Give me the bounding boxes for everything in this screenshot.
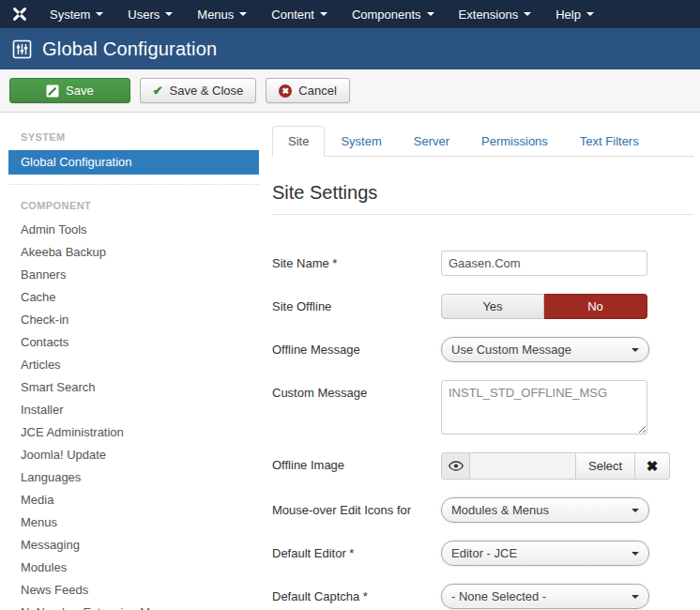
default-captcha-label: Default Captcha * (272, 584, 441, 603)
sidebar-item-nonumber-extension-manager[interactable]: NoNumber Extension Manager (0, 602, 259, 610)
site-offline-label: Site Offline (272, 294, 441, 313)
tab-permissions[interactable]: Permissions (465, 126, 564, 157)
sidebar-item-joomla-update[interactable]: Joomla! Update (0, 444, 259, 466)
cancel-x-icon: ✖ (279, 84, 292, 98)
menu-menus[interactable]: Menus (185, 0, 259, 28)
clear-x-icon: ✖ (647, 458, 659, 475)
default-editor-label: Default Editor * (272, 541, 441, 560)
menu-users[interactable]: Users (115, 0, 185, 28)
caret-down-icon (632, 509, 639, 512)
check-icon: ✔ (153, 84, 163, 97)
offline-message-selected-value: Use Custom Message (451, 343, 571, 357)
site-offline-no-button[interactable]: No (544, 294, 647, 319)
save-close-button-label: Save & Close (170, 84, 244, 98)
page-header: Global Configuration (0, 28, 700, 69)
menu-extensions-label: Extensions (459, 8, 519, 22)
offline-image-path-input[interactable] (470, 452, 576, 480)
caret-down-icon (96, 12, 103, 16)
field-row-default-editor: Default Editor * Editor - JCE (272, 541, 694, 566)
page-title: Global Configuration (42, 38, 217, 60)
tab-server[interactable]: Server (398, 126, 465, 157)
sidebar-item-contacts[interactable]: Contacts (0, 331, 259, 354)
sidebar-item-check-in[interactable]: Check-in (0, 309, 259, 331)
toolbar: Save ✔ Save & Close ✖ Cancel (0, 69, 700, 113)
mouseover-edit-icons-label: Mouse-over Edit Icons for (272, 497, 441, 517)
sidebar-item-admin-tools[interactable]: Admin Tools (0, 219, 259, 241)
site-offline-yes-button[interactable]: Yes (441, 294, 544, 319)
save-button[interactable]: Save (9, 78, 130, 103)
sidebar-item-news-feeds[interactable]: News Feeds (0, 579, 259, 602)
menu-components-label: Components (352, 8, 421, 22)
caret-down-icon (427, 12, 434, 16)
sidebar-item-banners[interactable]: Banners (0, 264, 259, 286)
caret-down-icon (524, 12, 531, 16)
site-settings-form: Site Name * Site Offline Yes No Offline … (272, 251, 694, 609)
sidebar-item-akeeba-backup[interactable]: Akeeba Backup (0, 241, 259, 264)
field-row-site-offline: Site Offline Yes No (272, 294, 694, 319)
sidebar-item-global-configuration[interactable]: Global Configuration (8, 150, 259, 175)
menu-components[interactable]: Components (340, 0, 447, 28)
menu-content[interactable]: Content (259, 0, 340, 28)
caret-down-icon (165, 12, 173, 16)
main-content: Site System Server Permissions Text Filt… (259, 113, 700, 610)
mouseover-edit-icons-selected-value: Modules & Menus (451, 503, 549, 517)
offline-message-label: Offline Message (272, 337, 441, 357)
default-captcha-select[interactable]: - None Selected - (441, 584, 649, 609)
menu-system[interactable]: System (38, 0, 115, 28)
offline-message-select[interactable]: Use Custom Message (441, 337, 649, 362)
site-name-label: Site Name * (272, 251, 441, 270)
save-close-button[interactable]: ✔ Save & Close (140, 78, 257, 103)
eye-icon (449, 461, 464, 471)
mouseover-edit-icons-select[interactable]: Modules & Menus (441, 497, 649, 523)
field-row-offline-image: Offline Image Select ✖ (272, 452, 694, 480)
top-admin-bar: System Users Menus Content Components Ex… (0, 0, 700, 28)
sidebar-item-smart-search[interactable]: Smart Search (0, 376, 259, 399)
preview-eye-button[interactable] (441, 452, 470, 480)
field-row-default-captcha: Default Captcha * - None Selected - (272, 584, 694, 609)
caret-down-icon (239, 12, 247, 16)
joomla-logo-icon (11, 6, 28, 23)
default-editor-selected-value: Editor - JCE (451, 546, 517, 560)
field-row-custom-message: Custom Message INSTL_STD_OFFLINE_MSG (272, 380, 694, 435)
offline-image-select-button[interactable]: Select (576, 452, 635, 480)
section-heading: Site Settings (272, 182, 694, 215)
cancel-button[interactable]: ✖ Cancel (266, 78, 349, 103)
sidebar-item-modules[interactable]: Modules (0, 557, 259, 579)
tab-text-filters[interactable]: Text Filters (564, 126, 655, 157)
tab-system[interactable]: System (325, 126, 397, 157)
offline-image-label: Offline Image (272, 452, 441, 472)
caret-down-icon (320, 12, 327, 16)
menu-help[interactable]: Help (543, 0, 606, 28)
sidebar-item-menus[interactable]: Menus (0, 511, 259, 534)
sidebar-item-jce-administration[interactable]: JCE Administration (0, 421, 259, 444)
caret-down-icon (586, 12, 594, 16)
default-editor-select[interactable]: Editor - JCE (441, 541, 649, 566)
caret-down-icon (632, 348, 639, 352)
menu-system-label: System (50, 8, 90, 22)
sidebar-divider (9, 184, 259, 185)
sidebar-item-cache[interactable]: Cache (0, 286, 259, 309)
cancel-button-label: Cancel (298, 84, 336, 98)
sidebar-item-media[interactable]: Media (0, 489, 259, 511)
site-name-input[interactable] (441, 251, 647, 276)
sidebar-heading-system: SYSTEM (0, 128, 259, 150)
save-button-label: Save (66, 84, 94, 98)
menu-extensions[interactable]: Extensions (447, 0, 544, 28)
sidebar-item-messaging[interactable]: Messaging (0, 534, 259, 557)
menu-users-label: Users (128, 8, 160, 22)
offline-image-clear-button[interactable]: ✖ (635, 452, 670, 480)
tab-bar: Site System Server Permissions Text Filt… (272, 126, 694, 157)
menu-help-label: Help (555, 8, 581, 22)
site-offline-toggle: Yes No (441, 294, 647, 319)
caret-down-icon (632, 595, 639, 599)
caret-down-icon (632, 552, 639, 556)
field-row-offline-message: Offline Message Use Custom Message (272, 337, 694, 362)
sliders-icon (12, 39, 32, 59)
custom-message-textarea[interactable]: INSTL_STD_OFFLINE_MSG (441, 380, 647, 435)
tab-site[interactable]: Site (272, 126, 325, 157)
default-captcha-selected-value: - None Selected - (451, 589, 546, 603)
sidebar-item-languages[interactable]: Languages (0, 466, 259, 489)
field-row-mouseover-edit-icons: Mouse-over Edit Icons for Modules & Menu… (272, 497, 694, 523)
sidebar-item-articles[interactable]: Articles (0, 354, 259, 376)
sidebar-item-installer[interactable]: Installer (0, 399, 259, 421)
